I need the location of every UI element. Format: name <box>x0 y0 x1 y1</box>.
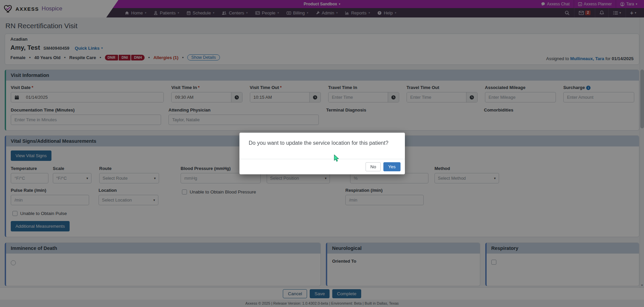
service-location-dialog: Do you want to update the service locati… <box>239 133 405 174</box>
dialog-no-button[interactable]: No <box>366 162 381 171</box>
dialog-yes-button[interactable]: Yes <box>383 162 400 171</box>
dialog-message: Do you want to update the service locati… <box>239 133 405 159</box>
